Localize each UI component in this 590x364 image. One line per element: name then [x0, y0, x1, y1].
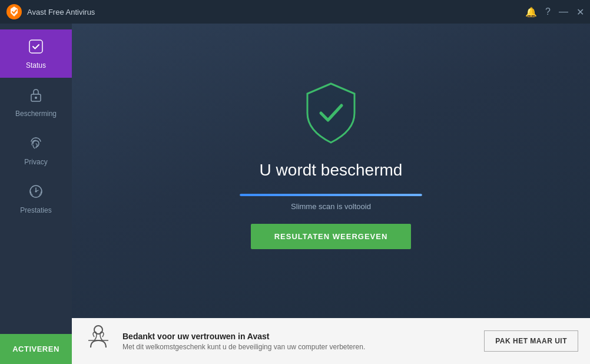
shield-icon — [301, 81, 360, 145]
performance-icon — [28, 184, 44, 203]
promo-text: Bedankt voor uw vertrouwen in Avast Met … — [122, 332, 475, 351]
app-body: Status Bescherming — [0, 24, 590, 364]
sidebar: Status Bescherming — [0, 24, 72, 364]
main-center: U wordt beschermd Slimme scan is voltooi… — [72, 24, 590, 318]
sidebar-item-label-status: Status — [26, 61, 46, 70]
titlebar: Avast Free Antivirus 🔔 ? — ✕ — [0, 0, 590, 24]
close-icon[interactable]: ✕ — [576, 6, 584, 18]
status-check-icon — [28, 39, 44, 58]
progress-bar-fill — [240, 194, 422, 196]
titlebar-left: Avast Free Antivirus — [6, 4, 95, 20]
promo-subtitle: Met dit welkomstgeschenk kunt u de bevei… — [122, 343, 475, 351]
titlebar-controls: 🔔 ? — ✕ — [525, 6, 584, 18]
shield-container — [301, 81, 360, 148]
promo-banner: Bedankt voor uw vertrouwen in Avast Met … — [72, 318, 590, 364]
app-title: Avast Free Antivirus — [27, 8, 95, 16]
sidebar-item-bescherming[interactable]: Bescherming — [0, 78, 72, 126]
promo-title: Bedankt voor uw vertrouwen in Avast — [122, 332, 475, 341]
sidebar-item-label-privacy: Privacy — [24, 158, 47, 166]
svg-rect-1 — [29, 40, 42, 53]
lock-icon — [29, 87, 43, 106]
svg-point-6 — [94, 326, 102, 334]
main-content: U wordt beschermd Slimme scan is voltooi… — [72, 24, 590, 364]
sidebar-item-prestaties[interactable]: Prestaties — [0, 174, 72, 223]
results-button[interactable]: RESULTATEN WEERGEVEN — [251, 224, 412, 249]
minimize-icon[interactable]: — — [559, 6, 568, 17]
sidebar-item-status[interactable]: Status — [0, 29, 72, 78]
activate-button[interactable]: ACTIVEREN — [0, 334, 72, 364]
protected-text: U wordt beschermd — [260, 161, 403, 180]
sidebar-item-label-prestaties: Prestaties — [20, 206, 51, 214]
scan-complete-text: Slimme scan is voltooid — [291, 202, 371, 211]
notification-icon[interactable]: 🔔 — [525, 6, 537, 18]
help-icon[interactable]: ? — [545, 6, 551, 17]
promo-action-button[interactable]: PAK HET MAAR UIT — [484, 330, 578, 352]
svg-point-5 — [35, 191, 37, 193]
svg-point-3 — [35, 97, 37, 99]
progress-bar — [240, 194, 422, 196]
sidebar-item-label-bescherming: Bescherming — [15, 110, 57, 118]
fingerprint-icon — [28, 135, 44, 154]
avast-logo-icon — [6, 4, 22, 20]
sidebar-item-privacy[interactable]: Privacy — [0, 126, 72, 174]
promo-gift-icon — [84, 324, 113, 359]
